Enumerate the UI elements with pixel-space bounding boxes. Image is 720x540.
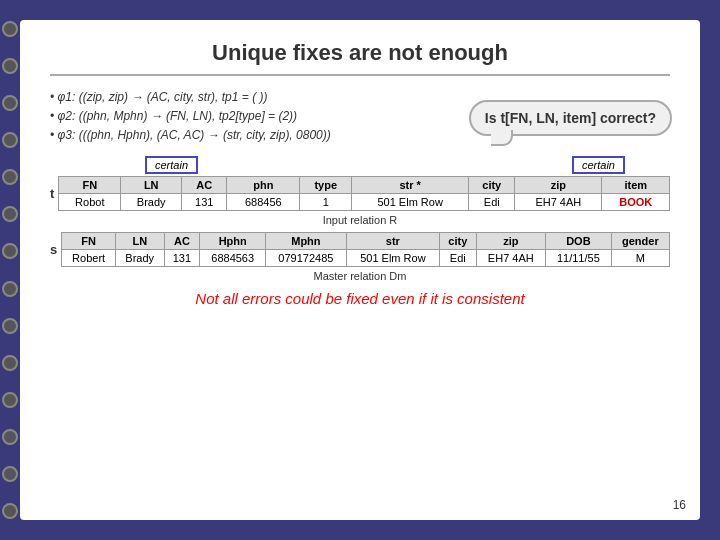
cell-city: Edi (469, 193, 515, 210)
master-table-header: FN LN AC Hphn Mphn str city zip DOB gend… (62, 232, 670, 249)
slide-title: Unique fixes are not enough (50, 40, 670, 66)
mcell-gender: M (611, 249, 669, 266)
spiral-binding (0, 0, 20, 540)
mcell-ln: Brady (115, 249, 164, 266)
cell-item: BOOK (602, 193, 670, 210)
master-relation-table: FN LN AC Hphn Mphn str city zip DOB gend… (61, 232, 670, 267)
input-table-header: FN LN AC phn type str * city zip item (59, 176, 670, 193)
mcell-dob: 11/11/55 (546, 249, 612, 266)
mcell-mphn: 079172485 (266, 249, 347, 266)
slide: Unique fixes are not enough Is t[FN, LN,… (20, 20, 700, 520)
cell-ac: 131 (182, 193, 227, 210)
mcol-hphn: Hphn (200, 232, 266, 249)
mcol-zip: zip (476, 232, 545, 249)
certain-label-left: certain (145, 156, 198, 174)
mcol-gender: gender (611, 232, 669, 249)
not-all-errors-text: Not all errors could be fixed even if it… (50, 290, 670, 307)
mcol-ln: LN (115, 232, 164, 249)
mcol-str: str (346, 232, 439, 249)
cell-ln: Brady (121, 193, 182, 210)
col-fn: FN (59, 176, 121, 193)
s-label: s (50, 242, 57, 257)
input-relation-table: FN LN AC phn type str * city zip item Ro… (58, 176, 670, 211)
cloud-text: Is t[FN, LN, item] correct? (469, 100, 672, 136)
mcell-ac: 131 (164, 249, 200, 266)
cell-fn: Robot (59, 193, 121, 210)
col-item: item (602, 176, 670, 193)
master-table-row: Robert Brady 131 6884563 079172485 501 E… (62, 249, 670, 266)
mcol-ac: AC (164, 232, 200, 249)
tables-section: certain certain t FN LN AC phn type str … (50, 156, 670, 282)
cell-zip: EH7 4AH (515, 193, 602, 210)
mcol-city: city (440, 232, 477, 249)
mcell-hphn: 6884563 (200, 249, 266, 266)
page-number: 16 (673, 498, 686, 512)
master-relation-row: s FN LN AC Hphn Mphn str city zip DOB ge… (50, 232, 670, 267)
mcell-zip: EH7 4AH (476, 249, 545, 266)
certain-label-right: certain (572, 156, 625, 174)
mcell-city: Edi (440, 249, 477, 266)
table-row: Robot Brady 131 688456 1 501 Elm Row Edi… (59, 193, 670, 210)
cell-str: 501 Elm Row (352, 193, 469, 210)
master-relation-title: Master relation Dm (50, 270, 670, 282)
divider (50, 74, 670, 76)
certain-labels-row: certain certain (50, 156, 670, 174)
mcol-mphn: Mphn (266, 232, 347, 249)
cell-type: 1 (300, 193, 352, 210)
input-relation-title: Input relation R (50, 214, 670, 226)
col-ac: AC (182, 176, 227, 193)
input-relation-row: t FN LN AC phn type str * city zip item (50, 176, 670, 211)
mcell-fn: Robert (62, 249, 116, 266)
col-type: type (300, 176, 352, 193)
col-ln: LN (121, 176, 182, 193)
col-zip: zip (515, 176, 602, 193)
cloud-bubble: Is t[FN, LN, item] correct? (469, 100, 672, 136)
col-phn: phn (227, 176, 300, 193)
t-label: t (50, 186, 54, 201)
mcol-fn: FN (62, 232, 116, 249)
col-str: str * (352, 176, 469, 193)
cell-phn: 688456 (227, 193, 300, 210)
mcell-str: 501 Elm Row (346, 249, 439, 266)
mcol-dob: DOB (546, 232, 612, 249)
col-city: city (469, 176, 515, 193)
